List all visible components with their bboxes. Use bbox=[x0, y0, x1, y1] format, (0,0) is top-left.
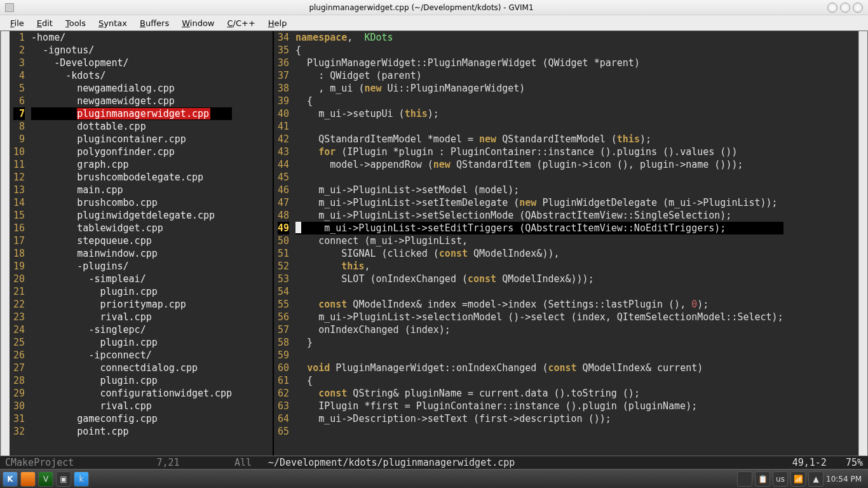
code-line[interactable]: onIndexChanged (index); bbox=[295, 323, 783, 336]
tree-file[interactable]: brushcombo.cpp bbox=[31, 196, 232, 209]
left-scrollbar[interactable] bbox=[1, 31, 10, 456]
code-line[interactable]: SLOT (onIndexChanged (const QModelIndex&… bbox=[295, 273, 783, 285]
tree-file[interactable]: newgamewidget.cpp bbox=[31, 95, 232, 107]
code-line[interactable]: { bbox=[295, 374, 783, 387]
menu-tools[interactable]: Tools bbox=[60, 17, 91, 29]
clipboard-tray-icon[interactable]: 📋 bbox=[755, 471, 770, 487]
titlebar[interactable]: pluginmanagerwidget.cpp (~/Development/k… bbox=[0, 0, 868, 15]
menu-file[interactable]: File bbox=[5, 17, 29, 29]
tree-file[interactable]: plugin.cpp bbox=[31, 374, 232, 387]
tree-folder[interactable]: -Development/ bbox=[31, 57, 232, 69]
maximize-button[interactable] bbox=[840, 3, 850, 13]
menu-edit[interactable]: Edit bbox=[32, 17, 58, 29]
tree-file[interactable]: point.cpp bbox=[31, 425, 232, 438]
menu-help[interactable]: Help bbox=[263, 17, 292, 29]
cursor bbox=[295, 222, 301, 233]
code-line[interactable]: } bbox=[295, 336, 783, 349]
tree-folder[interactable]: -ipconnect/ bbox=[31, 349, 232, 362]
code-line[interactable]: connect (m_ui->PluginList, bbox=[295, 234, 783, 247]
tree-folder[interactable]: -kdots/ bbox=[31, 69, 232, 82]
file-tree[interactable]: -home/ -ignotus/ -Development/ -kdots/ n… bbox=[31, 31, 232, 456]
system-tray-app-icon[interactable] bbox=[737, 471, 752, 487]
tree-file[interactable]: connectdialog.cpp bbox=[31, 362, 232, 374]
menu-window[interactable]: Window bbox=[177, 17, 219, 29]
taskbar[interactable]: K V ▣ k 📋 us 📶 ▲ 10:54 PM bbox=[0, 469, 868, 488]
tree-file[interactable]: brushcombodelegate.cpp bbox=[31, 171, 232, 184]
close-button[interactable] bbox=[853, 3, 863, 13]
code-line[interactable] bbox=[295, 285, 783, 298]
menu-cc[interactable]: C/C++ bbox=[222, 17, 260, 29]
tree-folder[interactable]: -ignotus/ bbox=[31, 44, 232, 57]
code-line[interactable]: model->appendRow (new QStandardItem (plu… bbox=[295, 158, 783, 171]
code-line[interactable]: m_ui->Description->setText (first->descr… bbox=[295, 412, 783, 425]
terminal-task-button[interactable]: ▣ bbox=[56, 471, 71, 487]
minimize-button[interactable] bbox=[827, 3, 837, 13]
code-line[interactable]: SIGNAL (clicked (const QModelIndex&)), bbox=[295, 247, 783, 260]
code-pane[interactable]: 3435363738394041424344454647484950515253… bbox=[274, 31, 858, 456]
clock[interactable]: 10:54 PM bbox=[826, 475, 862, 484]
code-line[interactable]: for (IPlugin *plugin : PluginContainer::… bbox=[295, 146, 783, 158]
code-line[interactable]: , m_ui (new Ui::PluginManagerWidget) bbox=[295, 82, 783, 95]
code-line[interactable]: { bbox=[295, 95, 783, 107]
tree-folder[interactable]: -home/ bbox=[31, 31, 232, 44]
tree-file[interactable]: mainwindow.cpp bbox=[31, 247, 232, 260]
code-line[interactable]: m_ui->setupUi (this); bbox=[295, 107, 783, 120]
tree-file[interactable]: tablewidget.cpp bbox=[31, 222, 232, 234]
code-line[interactable]: QStandardItemModel *model = new QStandar… bbox=[295, 133, 783, 146]
code-line[interactable]: m_ui->PluginList->selectionModel ()->sel… bbox=[295, 311, 783, 323]
menubar: FileEditToolsSyntaxBuffersWindowC/C++Hel… bbox=[0, 15, 868, 30]
tree-file[interactable]: newgamedialog.cpp bbox=[31, 82, 232, 95]
firefox-task-button[interactable] bbox=[20, 471, 36, 487]
tree-file[interactable]: plugin.cpp bbox=[31, 285, 232, 298]
statusbar: CMakeProject7,21All ~/Development/kdots/… bbox=[0, 456, 868, 469]
menu-buffers[interactable]: Buffers bbox=[135, 17, 174, 29]
tree-file[interactable]: dottable.cpp bbox=[31, 120, 232, 133]
menu-syntax[interactable]: Syntax bbox=[93, 17, 132, 29]
tree-file[interactable]: polygonfinder.cpp bbox=[31, 146, 232, 158]
code-line[interactable] bbox=[295, 425, 783, 438]
code-line[interactable]: void PluginManagerWidget::onIndexChanged… bbox=[295, 362, 783, 374]
code-line[interactable] bbox=[295, 171, 783, 184]
code-line[interactable]: { bbox=[295, 44, 783, 57]
tree-folder[interactable]: -simpleai/ bbox=[31, 273, 232, 285]
code-line[interactable]: m_ui->PluginList->setItemDelegate (new P… bbox=[295, 196, 783, 209]
tree-file[interactable]: pluginwidgetdelegate.cpp bbox=[31, 209, 232, 222]
tree-folder[interactable]: -singlepc/ bbox=[31, 323, 232, 336]
code-line[interactable]: const QString& pluginName = current.data… bbox=[295, 387, 783, 400]
code-line[interactable]: PluginManagerWidget::PluginManagerWidget… bbox=[295, 57, 783, 69]
code-line[interactable]: m_ui->PluginList->setModel (model); bbox=[295, 184, 783, 196]
code-line[interactable]: m_ui->PluginList->setEditTriggers (QAbst… bbox=[295, 222, 783, 234]
code-line[interactable]: IPlugin *first = PluginContainer::instan… bbox=[295, 400, 783, 412]
tree-file[interactable]: configurationwidget.cpp bbox=[31, 387, 232, 400]
code-line[interactable]: namespace, KDots bbox=[295, 31, 783, 44]
code-line[interactable]: : QWidget (parent) bbox=[295, 69, 783, 82]
tree-file[interactable]: stepqueue.cpp bbox=[31, 234, 232, 247]
tree-file[interactable]: main.cpp bbox=[31, 184, 232, 196]
tree-file[interactable]: graph.cpp bbox=[31, 158, 232, 171]
tree-file[interactable]: plugincontainer.cpp bbox=[31, 133, 232, 146]
tree-file[interactable]: pluginmanagerwidget.cpp bbox=[31, 107, 232, 120]
tree-file[interactable]: rival.cpp bbox=[31, 400, 232, 412]
editor-area: 1234567891011121314151617181920212223242… bbox=[0, 30, 868, 456]
tree-file[interactable]: prioritymap.cpp bbox=[31, 298, 232, 311]
tree-file[interactable]: rival.cpp bbox=[31, 311, 232, 323]
code-line[interactable]: const QModelIndex& index =model->index (… bbox=[295, 298, 783, 311]
gvim-task-button[interactable]: V bbox=[38, 471, 53, 487]
tree-folder[interactable]: -plugins/ bbox=[31, 260, 232, 273]
tree-file[interactable]: gameconfig.cpp bbox=[31, 412, 232, 425]
gvim-window: pluginmanagerwidget.cpp (~/Development/k… bbox=[0, 0, 868, 469]
kde-menu-button[interactable]: K bbox=[3, 471, 18, 487]
file-tree-pane[interactable]: 1234567891011121314151617181920212223242… bbox=[10, 31, 273, 456]
app-task-button[interactable]: k bbox=[74, 471, 89, 487]
tree-file[interactable]: plugin.cpp bbox=[31, 336, 232, 349]
network-tray-icon[interactable]: 📶 bbox=[790, 471, 806, 487]
code-line-numbers: 3435363738394041424344454647484950515253… bbox=[274, 31, 295, 456]
source-code[interactable]: namespace, KDots{ PluginManagerWidget::P… bbox=[295, 31, 783, 456]
code-line[interactable]: this, bbox=[295, 260, 783, 273]
right-scrollbar[interactable] bbox=[858, 31, 867, 456]
code-line[interactable] bbox=[295, 349, 783, 362]
volume-tray-icon[interactable]: ▲ bbox=[808, 471, 824, 487]
keyboard-layout-indicator[interactable]: us bbox=[773, 471, 788, 487]
code-line[interactable] bbox=[295, 120, 783, 133]
code-line[interactable]: m_ui->PluginList->setSelectionMode (QAbs… bbox=[295, 209, 783, 222]
